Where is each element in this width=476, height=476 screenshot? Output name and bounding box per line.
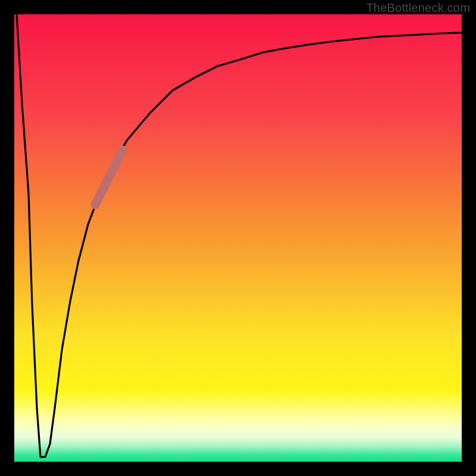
attribution-text: TheBottleneck.com xyxy=(366,1,470,15)
marker-segment xyxy=(95,150,123,205)
plot-area xyxy=(14,14,462,462)
chart-curve-layer xyxy=(14,14,462,462)
chart-frame: TheBottleneck.com xyxy=(0,0,476,476)
bottleneck-curve xyxy=(17,14,462,457)
